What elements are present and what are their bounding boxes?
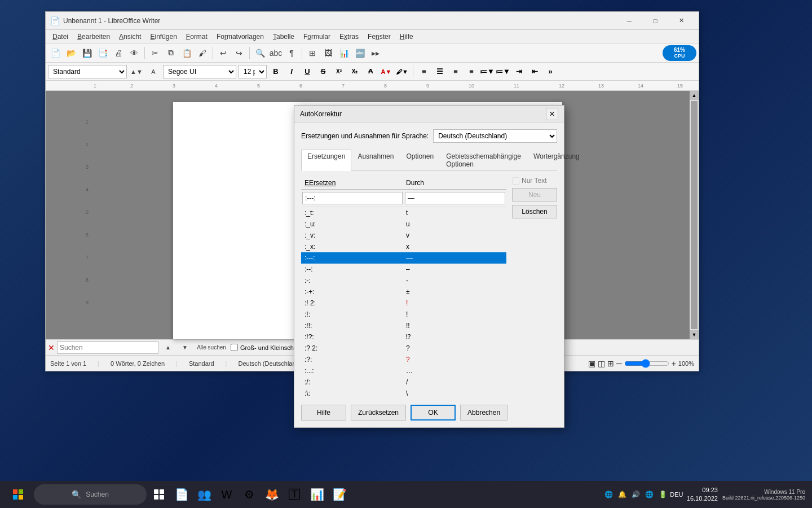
language-row: Ersetzungen und Ausnahmen für Sprache: D…: [301, 129, 557, 143]
clock-date: 16.10.2022: [687, 494, 718, 503]
sys-language: DEU: [671, 489, 682, 500]
dialog-title-text: AutoKorrektur: [300, 110, 546, 118]
taskbar-firefox[interactable]: 🦊: [262, 484, 282, 505]
dialog-overlay: AutoKorrektur ✕ Ersetzungen und Ausnahme…: [46, 12, 699, 371]
dialog-content: Ersetzungen und Ausnahmen für Sprache: D…: [294, 122, 564, 427]
table-row[interactable]: :_x: x: [301, 241, 506, 252]
table-row[interactable]: :!!: !!: [301, 320, 506, 331]
svg-rect-4: [154, 489, 158, 494]
os-info: Windows 11 Pro Build 22621.ni_release.22…: [722, 489, 805, 501]
side-buttons: Nur Text Neu Löschen: [512, 177, 557, 399]
autocorr-table: :_t: t :_u: u :_v:: [301, 207, 506, 399]
tab-ausnahmen[interactable]: Ausnahmen: [351, 150, 400, 170]
taskbar-search-label: Suchen: [86, 491, 109, 498]
col-ersetzen-header: EErsetzen: [304, 179, 406, 187]
table-row[interactable]: :_v: v: [301, 230, 506, 241]
nur-text-label: Nur Text: [522, 177, 546, 185]
table-row[interactable]: :-: -: [301, 275, 506, 286]
svg-rect-6: [154, 495, 158, 500]
loeschen-btn[interactable]: Löschen: [512, 205, 557, 218]
table-row[interactable]: :_t: t: [301, 207, 506, 218]
table-row[interactable]: :! 2: !: [301, 297, 506, 309]
taskbar-libreoffice[interactable]: 📄: [171, 484, 192, 505]
search-icon: 🔍: [72, 490, 81, 499]
zuruecksetzen-btn[interactable]: Zurücksetzen: [351, 405, 406, 421]
tabs-row: Ersetzungen Ausnahmen Optionen Gebietssc…: [301, 150, 557, 171]
svg-rect-1: [19, 489, 23, 494]
sys-icon1[interactable]: 🌐: [603, 489, 615, 500]
table-row[interactable]: :\: \: [301, 388, 506, 399]
svg-rect-5: [160, 489, 164, 494]
taskbar-teams[interactable]: 👥: [194, 484, 214, 505]
taskbar: 🔍 Suchen 📄 👥 W ⚙ 🦊 🅃 📊 📝: [0, 481, 812, 508]
nur-text-row: Nur Text: [512, 177, 557, 185]
input-row: [301, 190, 506, 207]
sys-icon4[interactable]: 🌐: [644, 489, 655, 500]
table-row[interactable]: :?: ?: [301, 354, 506, 365]
systray-icons: 🌐 🔔 🔊 🌐 🔋 DEU: [603, 489, 682, 500]
taskbar-word[interactable]: W: [217, 484, 237, 505]
table-row[interactable]: :? 2: ?: [301, 343, 506, 354]
svg-rect-3: [19, 495, 23, 500]
table-row[interactable]: :--: –: [301, 264, 506, 275]
col-durch-header: Durch: [406, 179, 503, 187]
svg-rect-0: [13, 489, 17, 494]
dialog-titlebar: AutoKorrektur ✕: [294, 106, 564, 122]
taskbar-app1[interactable]: 🅃: [284, 484, 304, 505]
column-headers: EErsetzen Durch: [301, 177, 506, 190]
ersetzen-input[interactable]: [302, 192, 403, 204]
tab-wortergaenzung[interactable]: Wortergänzung: [527, 150, 586, 170]
tab-ersetzungen[interactable]: Ersetzungen: [301, 150, 351, 171]
taskbar-app2[interactable]: 📊: [307, 484, 327, 505]
svg-rect-7: [160, 495, 164, 500]
sys-icon2[interactable]: 🔔: [617, 489, 628, 500]
svg-rect-2: [13, 495, 17, 500]
taskbar-app3[interactable]: 📝: [329, 484, 350, 505]
table-row[interactable]: :_u: u: [301, 218, 506, 230]
abbrechen-btn[interactable]: Abbrechen: [460, 405, 508, 421]
durch-cell: t: [403, 207, 506, 218]
start-button[interactable]: [5, 481, 32, 508]
clock-time: 09:23: [687, 486, 718, 494]
time-area[interactable]: 09:23 16.10.2022: [687, 486, 718, 503]
tab-optionen[interactable]: Optionen: [400, 150, 440, 170]
dialog-main: EErsetzen Durch: [301, 177, 557, 399]
language-label: Ersetzungen und Ausnahmen für Sprache:: [301, 132, 429, 140]
table-row[interactable]: :...: …: [301, 365, 506, 376]
tab-gebietsschema[interactable]: Gebietsschemabhängige Optionen: [440, 150, 527, 170]
autokorrektur-dialog: AutoKorrektur ✕ Ersetzungen und Ausnahme…: [294, 105, 564, 428]
taskbar-search[interactable]: 🔍 Suchen: [34, 484, 147, 505]
sys-icon3[interactable]: 🔊: [630, 489, 642, 500]
sys-battery[interactable]: 🔋: [657, 489, 669, 500]
table-row[interactable]: :/: /: [301, 376, 506, 388]
task-view-btn[interactable]: [149, 484, 169, 505]
taskbar-settings[interactable]: ⚙: [239, 484, 259, 505]
dialog-close-btn[interactable]: ✕: [546, 108, 558, 120]
systray: 🌐 🔔 🔊 🌐 🔋 DEU 09:23 16.10.2022 Windows 1…: [603, 486, 807, 503]
durch-input[interactable]: [405, 192, 505, 204]
nur-text-checkbox[interactable]: [512, 177, 519, 185]
ok-btn[interactable]: OK: [411, 405, 456, 421]
dialog-bottom-buttons: Hilfe Zurücksetzen OK Abbrechen: [301, 399, 557, 421]
table-row[interactable]: :-+: ±: [301, 286, 506, 297]
language-dropdown[interactable]: Deutsch (Deutschland): [433, 129, 557, 143]
table-row[interactable]: :!: !: [301, 309, 506, 320]
table-section: EErsetzen Durch: [301, 177, 506, 399]
table-row[interactable]: :!?: ⁉: [301, 331, 506, 343]
autocorr-table-scroll[interactable]: :_t: t :_u: u :_v:: [301, 207, 506, 399]
ersetzen-cell: :_t:: [301, 207, 403, 218]
table-row-selected[interactable]: :---: —: [301, 252, 506, 264]
hilfe-btn[interactable]: Hilfe: [301, 405, 346, 421]
neu-btn[interactable]: Neu: [512, 188, 557, 202]
